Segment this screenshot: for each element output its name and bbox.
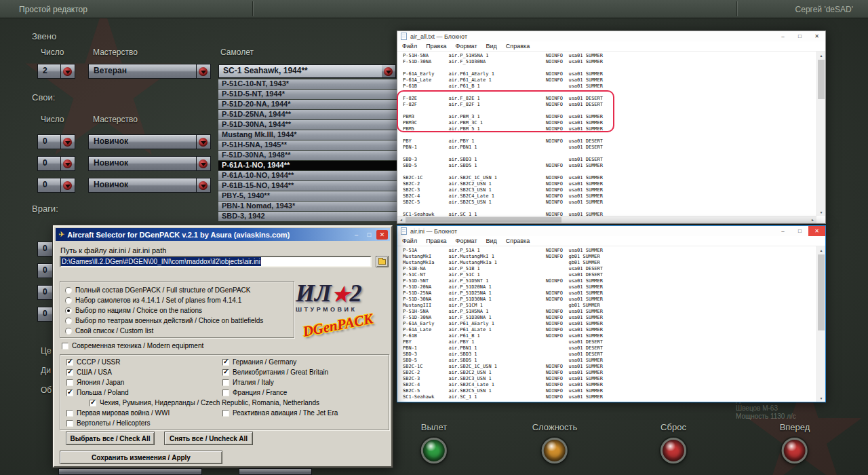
minimize-button[interactable]: –: [774, 31, 791, 41]
checkbox-option[interactable]: Вертолеты / Helicopters: [66, 418, 170, 428]
checkbox-option[interactable]: Польша / Poland: [66, 387, 129, 398]
radio-option[interactable]: Полный состав DGenPACK / Full structure …: [65, 285, 263, 295]
dropdown-arrow-button[interactable]: [197, 178, 211, 193]
dropdown-arrow-button[interactable]: [61, 64, 75, 79]
close-button[interactable]: ✕: [808, 31, 825, 41]
skill-dropdown[interactable]: Новичок: [88, 134, 197, 149]
count-dropdown-partial[interactable]: 0: [37, 307, 53, 322]
checkbox-option[interactable]: Япония / Japan: [66, 377, 129, 387]
horizontal-scrollbar[interactable]: ◄ ►: [397, 216, 816, 223]
dropdown-partial[interactable]: [58, 468, 202, 475]
dialog-titlebar[interactable]: ✈ Aircraft Selector for DGenPACK v.2.1 b…: [56, 228, 390, 241]
menu-item[interactable]: Формат: [456, 43, 477, 50]
minimize-button[interactable]: –: [351, 230, 362, 240]
scrollbar-thumb[interactable]: [818, 60, 825, 99]
aircraft-list-item[interactable]: P-51D-20-NA, 1944*: [218, 100, 397, 109]
menu-item[interactable]: Формат: [456, 238, 477, 244]
notepad-text-content[interactable]: P-51A air.P_51A 1 NOINFO usa01 SUMMER Mu…: [397, 246, 816, 402]
menu-item[interactable]: Справка: [506, 43, 530, 50]
count-dropdown[interactable]: 0: [37, 134, 61, 149]
modern-equipment-checkbox[interactable]: Современная техника / Modern equipment: [62, 341, 203, 351]
close-button[interactable]: ✕: [808, 226, 825, 236]
skill-dropdown[interactable]: Новичок: [88, 156, 197, 171]
dropdown-arrow-button[interactable]: [61, 134, 75, 149]
dropdown-arrow-button[interactable]: [197, 64, 211, 79]
radio-option[interactable]: Выбор по нациям / Choice on the nations: [65, 305, 263, 316]
aircraft-list-item[interactable]: P-61A-1-NO, 1944**: [218, 161, 397, 170]
menu-item[interactable]: Вид: [486, 43, 497, 50]
vertical-scrollbar[interactable]: ▲ ▼: [816, 246, 825, 402]
dropdown-arrow-button[interactable]: [61, 178, 75, 193]
checkbox-option[interactable]: СССР / USSR: [66, 357, 129, 367]
radio-option[interactable]: Свой список / Custom list: [65, 326, 263, 336]
scrollbar-thumb[interactable]: [818, 254, 825, 330]
notepad-titlebar[interactable]: air_all.txt — Блокнот – □ ✕: [397, 31, 825, 41]
aircraft-list-item[interactable]: Mustang Mk.III, 1944*: [218, 130, 397, 140]
aircraft-list-item[interactable]: P-51H-5NA, 1945**: [218, 140, 397, 150]
aircraft-list-item[interactable]: PBN-1 Nomad, 1943*: [218, 202, 397, 211]
scroll-down-icon[interactable]: ▼: [817, 394, 825, 402]
count-dropdown[interactable]: 0: [37, 178, 61, 193]
close-button[interactable]: ✕: [376, 230, 388, 240]
round-push-button[interactable]: [421, 438, 447, 463]
count-dropdown-partial[interactable]: 0: [37, 285, 53, 300]
checkbox-option[interactable]: Италия / Italy: [222, 377, 328, 387]
apply-button[interactable]: Сохранить изменения / Apply: [60, 451, 222, 464]
round-push-button[interactable]: [542, 438, 568, 463]
dropdown-arrow-button[interactable]: [197, 134, 211, 149]
maximize-button[interactable]: □: [363, 230, 375, 240]
scroll-left-icon[interactable]: ◄: [397, 216, 405, 223]
aircraft-list-item[interactable]: P-51D-25NA, 1944**: [218, 110, 397, 119]
checkbox-option[interactable]: Чехия, Румыния, Нидерланды / Czech Repub…: [90, 398, 319, 408]
checkbox-option[interactable]: Германия / Germany: [222, 357, 328, 367]
radio-option[interactable]: Набор самолетов из 4.14.1 / Set of plane…: [65, 295, 263, 305]
flight-skill-dropdown[interactable]: Ветеран: [88, 64, 197, 79]
aircraft-list-item[interactable]: SBD-3, 1942: [218, 212, 397, 221]
menu-item[interactable]: Файл: [402, 43, 417, 50]
aircraft-list-item[interactable]: P-61B-15-NO, 1944**: [218, 181, 397, 191]
menu-item[interactable]: Файл: [402, 238, 417, 244]
scroll-up-icon[interactable]: ▲: [817, 246, 825, 254]
menu-item[interactable]: Правка: [426, 43, 446, 50]
dropdown-arrow-button[interactable]: [61, 156, 75, 171]
aircraft-list-item[interactable]: PBY-5, 1940**: [218, 191, 397, 201]
uncheck-all-button[interactable]: Снять все / Uncheck All: [164, 432, 253, 445]
checkbox-option[interactable]: Реактивная авиация / The Jet Era: [222, 408, 338, 418]
flight-count-dropdown[interactable]: 2: [37, 64, 61, 79]
checkbox-option[interactable]: Великобритания / Great Britain: [222, 367, 328, 377]
scroll-up-icon[interactable]: ▲: [817, 52, 825, 59]
maximize-button[interactable]: □: [791, 226, 808, 236]
browse-button[interactable]: [376, 256, 389, 267]
checkbox-option[interactable]: США / USA: [66, 367, 129, 377]
checkbox-option[interactable]: Первая мировая война / WWI: [66, 408, 170, 418]
aircraft-selected-dropdown[interactable]: SC-1 Seahawk, 1944**: [218, 64, 382, 78]
dropdown-partial[interactable]: [239, 468, 312, 475]
scroll-down-icon[interactable]: ▼: [817, 208, 825, 216]
menu-item[interactable]: Вид: [486, 238, 497, 244]
scroll-right-icon[interactable]: ►: [809, 216, 816, 223]
count-dropdown-partial[interactable]: 0: [37, 242, 53, 256]
aircraft-list-item[interactable]: P-51D-5-NT, 1944*: [218, 90, 397, 99]
skill-dropdown[interactable]: Новичок: [88, 178, 197, 193]
aircraft-list-item[interactable]: F-51D-30NA, 1948**: [218, 151, 397, 160]
round-push-button[interactable]: [660, 438, 686, 463]
vertical-scrollbar[interactable]: ▲ ▼: [816, 52, 825, 216]
maximize-button[interactable]: □: [791, 31, 808, 41]
count-dropdown[interactable]: 0: [37, 156, 61, 171]
aircraft-list-item[interactable]: P-51D-30NA, 1944**: [218, 120, 397, 130]
aircraft-list-item[interactable]: P-61A-10-NO, 1944**: [218, 171, 397, 180]
round-push-button[interactable]: [782, 438, 808, 463]
dropdown-arrow-button[interactable]: [197, 156, 211, 171]
checkbox-option[interactable]: Франция / France: [222, 387, 328, 398]
menu-item[interactable]: Справка: [506, 238, 530, 244]
check-all-button[interactable]: Выбрать все / Check All: [66, 432, 155, 445]
path-input[interactable]: D:\Games\Il.2.DGen\#DGEN\00_INI\com\madd…: [60, 256, 372, 267]
dropdown-arrow-button[interactable]: [382, 64, 396, 78]
scrollbar-thumb[interactable]: [406, 217, 561, 223]
notepad-text-content[interactable]: P-51H-5NA air.P_51H5NA 1 NOINFO usa01 SU…: [397, 52, 816, 216]
minimize-button[interactable]: –: [774, 226, 791, 236]
menu-item[interactable]: Правка: [426, 238, 446, 244]
notepad-titlebar[interactable]: air.ini — Блокнот – □ ✕: [397, 226, 825, 236]
radio-option[interactable]: Выбор по театрам военных действий / Choi…: [65, 316, 263, 326]
aircraft-list-item[interactable]: P-51C-10-NT, 1943*: [218, 79, 397, 89]
